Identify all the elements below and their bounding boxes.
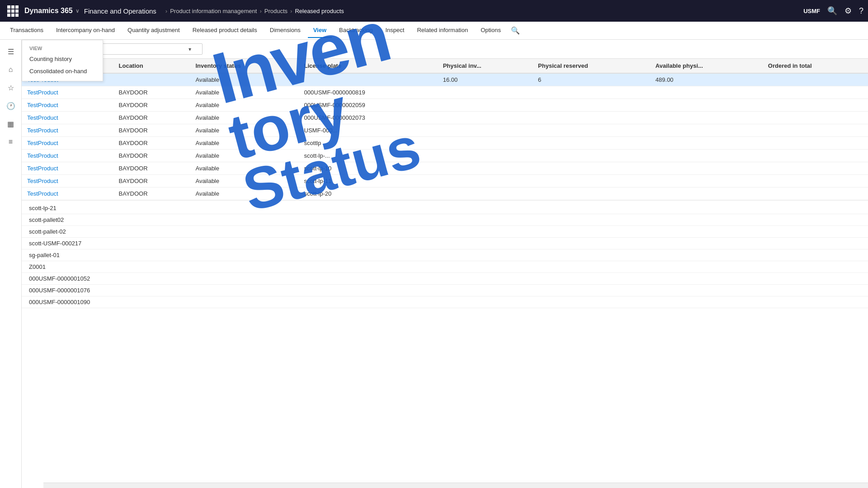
breadcrumb-pim[interactable]: Product information management (170, 8, 257, 14)
table-cell: BAYDOOR (113, 188, 190, 200)
app-title: Dynamics 365 ∨ (24, 7, 80, 15)
table-cell (438, 188, 533, 200)
table-cell (763, 150, 868, 162)
waffle-icon (7, 5, 19, 17)
cell-search-name[interactable]: TestProduct (22, 150, 113, 162)
dropdown-consolidated-onhand[interactable]: Consolidated on-hand (22, 65, 103, 77)
col-phys-reserved: Physical reserved (533, 59, 650, 73)
nav-view[interactable]: View (308, 23, 332, 38)
nav-inspect[interactable]: Inspect (380, 23, 410, 38)
table-cell (763, 99, 868, 112)
user-badge[interactable]: USMF (803, 8, 820, 14)
cell-search-name[interactable]: TestProduct (22, 162, 113, 175)
table-cell: 000USMF-0000002059 (299, 99, 438, 112)
filter-dropdown-icon[interactable]: ▾ (189, 46, 191, 52)
license-plate-item[interactable]: scott-pallet-02 (22, 226, 868, 238)
dropdown-counting-history[interactable]: Counting history (22, 53, 103, 65)
table-cell (113, 73, 190, 86)
sidebar-home-icon[interactable]: ⌂ (3, 61, 19, 78)
secondary-nav-search-icon[interactable]: 🔍 (508, 23, 523, 38)
table-row: TestProductBAYDOORAvailablescott-lp-11 (22, 175, 868, 188)
nav-options[interactable]: Options (475, 23, 506, 38)
table-cell: 16.00 (438, 73, 533, 86)
filter-input[interactable] (89, 46, 189, 52)
table-cell: scott-lp-11 (299, 175, 438, 188)
table-cell (533, 137, 650, 150)
license-plate-item[interactable]: scott-pallet02 (22, 214, 868, 226)
table-cell (438, 112, 533, 124)
license-plate-item[interactable]: scott-USMF-000217 (22, 238, 868, 249)
nav-dimensions[interactable]: Dimensions (264, 23, 306, 38)
cell-search-name[interactable]: TestProduct (22, 86, 113, 99)
license-plate-item[interactable]: 000USMF-0000001052 (22, 273, 868, 285)
table-cell (763, 124, 868, 137)
sidebar-workspaces-icon[interactable]: ▦ (3, 116, 19, 132)
dropdown-section-label: View (22, 44, 103, 53)
table-cell (763, 86, 868, 99)
cell-search-name[interactable]: TestProduct (22, 137, 113, 150)
table-cell (438, 162, 533, 175)
table-cell (763, 137, 868, 150)
layout: ☰ ⌂ ☆ 🕐 ▦ ≡ View Counting history Consol… (0, 40, 868, 488)
cell-search-name[interactable]: TestProduct (22, 112, 113, 124)
fo-label: Finance and Operations (84, 7, 156, 15)
dynamics-label[interactable]: Dynamics 365 (24, 7, 73, 15)
table-cell (438, 86, 533, 99)
license-plate-item[interactable]: 000USMF-0000001090 (22, 296, 868, 308)
table-cell (533, 86, 650, 99)
table-cell (650, 137, 763, 150)
nav-related-info[interactable]: Related information (411, 23, 473, 38)
table-cell (533, 112, 650, 124)
table-cell: 000USMF-0000000819 (299, 86, 438, 99)
filter-bar: ⚲ On-hand | 🔍 ▾ (22, 40, 868, 59)
sidebar-favorites-icon[interactable]: ☆ (3, 80, 19, 96)
waffle-menu[interactable] (5, 3, 21, 19)
table-cell (763, 73, 868, 86)
view-dropdown-panel: View Counting history Consolidated on-ha… (22, 40, 103, 81)
table-cell (533, 162, 650, 175)
topbar-settings-icon[interactable]: ⚙ (844, 6, 852, 16)
topbar-search-icon[interactable]: 🔍 (827, 6, 837, 16)
table-cell: BAYDOOR (113, 124, 190, 137)
table-cell (438, 124, 533, 137)
col-ordered-total: Ordered in total (763, 59, 868, 73)
table-cell: Available (190, 99, 298, 112)
table-cell: scott-lp-10 (299, 162, 438, 175)
table-cell: Available (190, 73, 298, 86)
nav-transactions[interactable]: Transactions (5, 23, 49, 38)
table-row: TestProductBAYDOORAvailableUSMF-000... (22, 124, 868, 137)
sidebar-recent-icon[interactable]: 🕐 (3, 98, 19, 114)
license-plate-item[interactable]: 000USMF-0000001076 (22, 285, 868, 296)
table-cell: Available (190, 175, 298, 188)
table-cell (533, 124, 650, 137)
table-cell: BAYDOOR (113, 175, 190, 188)
nav-quantity-adjustment[interactable]: Quantity adjustment (122, 23, 185, 38)
cell-search-name[interactable]: TestProduct (22, 175, 113, 188)
nav-backtracking[interactable]: Backtracking (334, 23, 378, 38)
table-wrap[interactable]: Search name Location Inventory status Li… (22, 59, 868, 488)
cell-search-name[interactable]: TestProduct (22, 99, 113, 112)
secondary-nav: Transactions Intercompany on-hand Quanti… (0, 22, 868, 40)
topbar-help-icon[interactable]: ? (859, 6, 863, 16)
sidebar-menu-icon[interactable]: ☰ (3, 43, 19, 60)
cell-search-name[interactable]: TestProduct (22, 124, 113, 137)
sidebar: ☰ ⌂ ☆ 🕐 ▦ ≡ (0, 40, 22, 488)
table-row: TestProductBAYDOORAvailable000USMF-00000… (22, 112, 868, 124)
horizontal-scrollbar[interactable] (43, 483, 868, 488)
table-cell: Available (190, 112, 298, 124)
license-plate-item[interactable]: sg-pallet-01 (22, 249, 868, 261)
table-cell (650, 124, 763, 137)
table-cell: BAYDOOR (113, 150, 190, 162)
sidebar-modules-icon[interactable]: ≡ (3, 134, 19, 150)
cell-search-name[interactable]: TestProduct (22, 188, 113, 200)
license-plate-item[interactable]: scott-lp-21 (22, 202, 868, 214)
table-cell: Available (190, 124, 298, 137)
table-cell: Available (190, 188, 298, 200)
table-cell (763, 162, 868, 175)
nav-intercompany[interactable]: Intercompany on-hand (51, 23, 120, 38)
table-cell: BAYDOOR (113, 86, 190, 99)
breadcrumb-products[interactable]: Products (264, 8, 288, 14)
license-plate-item[interactable]: Z0001 (22, 261, 868, 273)
nav-released-product-details[interactable]: Released product details (187, 23, 263, 38)
table-cell (533, 99, 650, 112)
